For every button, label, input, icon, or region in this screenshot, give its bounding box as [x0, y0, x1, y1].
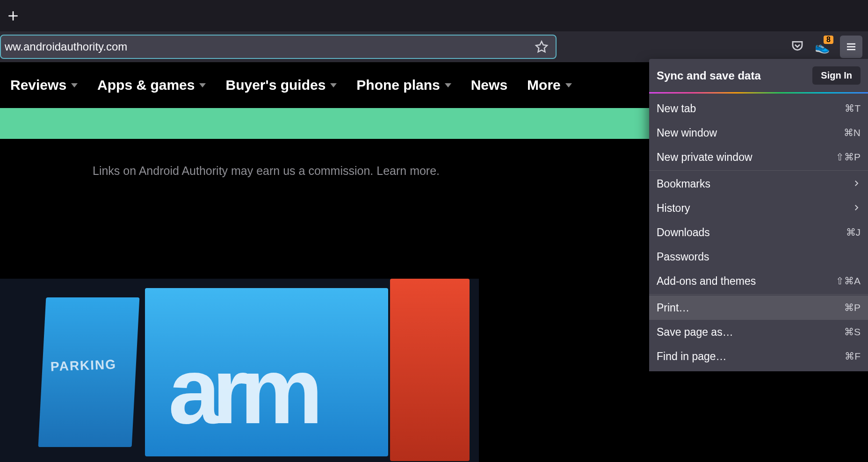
- app-menu: Sync and save data Sign In New tab⌘TNew …: [649, 59, 868, 371]
- menu-item-find-in-page[interactable]: Find in page…⌘F: [649, 344, 868, 368]
- menu-item-passwords[interactable]: Passwords: [649, 245, 868, 269]
- menu-item-label: New window: [657, 127, 717, 139]
- nav-item-more[interactable]: More: [527, 77, 572, 93]
- hero-big-text: arm: [168, 344, 315, 438]
- browser-toolbar: ww.androidauthority.com 👟 8: [0, 31, 868, 62]
- chevron-right-icon: [852, 202, 861, 215]
- pocket-button[interactable]: [790, 39, 804, 55]
- menu-item-shortcut: ⇧⌘P: [836, 152, 861, 163]
- chevron-down-icon: [445, 83, 451, 87]
- nav-item-news[interactable]: News: [471, 77, 507, 93]
- menu-item-shortcut: ⌘T: [845, 103, 861, 114]
- menu-item-label: Bookmarks: [657, 178, 710, 190]
- menu-item-label: Add-ons and themes: [657, 275, 756, 288]
- app-menu-items: New tab⌘TNew window⌘NNew private window⇧…: [649, 94, 868, 371]
- toolbar-right: 👟 8: [790, 36, 864, 58]
- menu-item-history[interactable]: History: [649, 196, 868, 220]
- chevron-right-icon: [852, 178, 861, 190]
- plus-icon: [7, 10, 19, 22]
- menu-item-label: Downloads: [657, 226, 710, 239]
- nav-item-label: Reviews: [10, 77, 66, 93]
- menu-item-shortcut: ⌘F: [845, 351, 861, 362]
- nav-item-apps-games[interactable]: Apps & games: [97, 77, 206, 93]
- extension-badge: 8: [824, 36, 833, 44]
- menu-item-label: Print…: [657, 302, 689, 314]
- url-bar[interactable]: ww.androidauthority.com: [0, 35, 557, 59]
- menu-item-label: History: [657, 202, 690, 215]
- hero-panel-right: [390, 279, 470, 461]
- hamburger-icon: [846, 41, 857, 52]
- new-tab-button[interactable]: [3, 6, 23, 26]
- nav-item-label: More: [527, 77, 561, 93]
- menu-item-new-window[interactable]: New window⌘N: [649, 121, 868, 145]
- menu-item-label: Passwords: [657, 251, 709, 263]
- hero-image: PARKING arm: [0, 279, 479, 462]
- app-menu-header: Sync and save data Sign In: [649, 59, 868, 92]
- menu-separator: [649, 294, 868, 295]
- menu-item-shortcut: ⌘N: [844, 127, 861, 138]
- chevron-down-icon: [565, 83, 572, 87]
- nav-item-label: Apps & games: [97, 77, 195, 93]
- chevron-down-icon: [199, 83, 206, 87]
- pocket-icon: [790, 39, 804, 53]
- chevron-down-icon: [330, 83, 337, 87]
- hero-small-text: PARKING: [50, 357, 116, 375]
- url-text: ww.androidauthority.com: [5, 40, 533, 53]
- extension-button[interactable]: 👟 8: [813, 37, 832, 56]
- menu-item-bookmarks[interactable]: Bookmarks: [649, 172, 868, 196]
- app-menu-button[interactable]: [840, 36, 862, 58]
- nav-item-label: Buyer's guides: [225, 77, 326, 93]
- nav-item-phone-plans[interactable]: Phone plans: [356, 77, 451, 93]
- menu-item-new-tab[interactable]: New tab⌘T: [649, 96, 868, 121]
- menu-item-print[interactable]: Print…⌘P: [649, 296, 868, 320]
- menu-item-shortcut: ⌘P: [844, 302, 861, 313]
- menu-item-add-ons-and-themes[interactable]: Add-ons and themes⇧⌘A: [649, 269, 868, 293]
- nav-item-reviews[interactable]: Reviews: [10, 77, 78, 93]
- nav-item-label: News: [471, 77, 507, 93]
- bookmark-star-button[interactable]: [533, 38, 550, 55]
- menu-item-shortcut: ⌘S: [844, 326, 861, 338]
- learn-more-link[interactable]: Learn more.: [376, 164, 440, 177]
- chevron-down-icon: [71, 83, 78, 87]
- nav-item-buyer-s-guides[interactable]: Buyer's guides: [225, 77, 337, 93]
- disclosure-text: Links on Android Authority may earn us a…: [93, 164, 376, 177]
- menu-item-label: New private window: [657, 151, 752, 164]
- star-icon: [535, 40, 549, 54]
- menu-item-shortcut: ⌘J: [846, 227, 861, 238]
- sign-in-button[interactable]: Sign In: [812, 66, 861, 85]
- menu-item-save-page-as[interactable]: Save page as…⌘S: [649, 320, 868, 344]
- menu-item-label: Save page as…: [657, 326, 733, 339]
- nav-item-label: Phone plans: [356, 77, 440, 93]
- sync-title: Sync and save data: [657, 69, 761, 82]
- menu-item-shortcut: ⇧⌘A: [836, 275, 861, 287]
- menu-item-new-private-window[interactable]: New private window⇧⌘P: [649, 145, 868, 169]
- menu-separator: [649, 170, 868, 171]
- tab-strip: [0, 0, 868, 31]
- menu-item-label: New tab: [657, 102, 696, 115]
- menu-item-downloads[interactable]: Downloads⌘J: [649, 220, 868, 245]
- menu-item-label: Find in page…: [657, 350, 727, 363]
